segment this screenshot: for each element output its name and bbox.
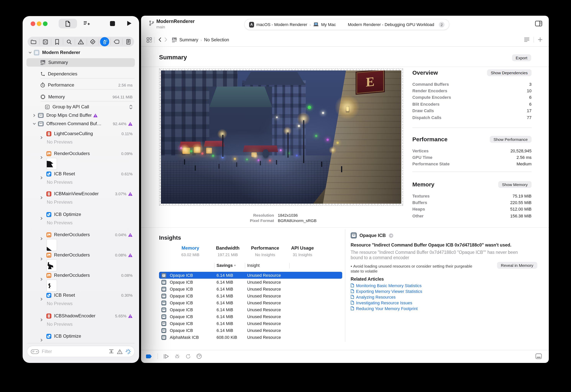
warning-icon[interactable] bbox=[128, 233, 132, 237]
insight-tab[interactable]: Bandwidth 197.21 MiB bbox=[209, 245, 246, 257]
breadcrumb-item[interactable]: No Selection bbox=[204, 38, 229, 42]
insight-row[interactable]: Opaque ICB 6.14 MiB Unused Resource bbox=[159, 279, 342, 286]
insight-row[interactable]: Opaque ICB 6.14 MiB Unused Resource bbox=[159, 313, 342, 320]
navigator-row[interactable]: Summary bbox=[27, 58, 135, 67]
continue-execution-icon[interactable] bbox=[163, 353, 169, 359]
find-navigator-tab[interactable] bbox=[63, 39, 75, 45]
forward-icon[interactable] bbox=[164, 37, 168, 42]
navigator-row[interactable]: Offscreen Command Buf…92.44% bbox=[27, 119, 135, 128]
insight-row[interactable]: Opaque ICB 6.14 MiB Unused Resource bbox=[159, 299, 342, 306]
disclosure-icon[interactable] bbox=[40, 176, 43, 180]
related-article-link[interactable]: Investigating Resource Issues bbox=[351, 300, 422, 306]
editor-sparkle-list-icon[interactable] bbox=[83, 20, 91, 27]
reveal-in-memory-button[interactable]: Reveal in Memory bbox=[497, 262, 537, 269]
report-navigator-tab[interactable] bbox=[122, 39, 134, 45]
disclosure-icon[interactable] bbox=[40, 278, 43, 281]
warning-icon[interactable] bbox=[93, 113, 98, 117]
insight-row[interactable]: Opaque ICB 6.14 MiB Unused Resource bbox=[159, 320, 342, 327]
disclosure-icon[interactable] bbox=[40, 237, 43, 240]
scheme-name[interactable]: macOS - Modern Renderer bbox=[256, 22, 307, 27]
warning-icon[interactable] bbox=[128, 122, 132, 126]
related-article-link[interactable]: Exporting Memory Viewer Statistics bbox=[351, 288, 422, 294]
encoder-preview-thumbnail[interactable] bbox=[47, 260, 57, 271]
flatten-hierarchy-icon[interactable] bbox=[108, 349, 114, 354]
navigator-row[interactable]: CGroup by API Call bbox=[27, 103, 135, 111]
filter-bar[interactable]: Filter bbox=[27, 346, 134, 357]
insight-tab[interactable]: Memory 63.02 MiB bbox=[172, 245, 209, 257]
document-button[interactable] bbox=[59, 19, 77, 28]
export-button[interactable]: Export bbox=[512, 54, 531, 61]
project-navigator-tab[interactable] bbox=[28, 39, 39, 45]
issue-count-badge[interactable]: 2 bbox=[439, 22, 445, 27]
insight-row[interactable]: Opaque ICB 6.14 MiB Unused Resource bbox=[159, 286, 342, 293]
insight-row[interactable]: Opaque ICB 6.14 MiB Unused Resource bbox=[159, 327, 342, 334]
show-performance-button[interactable]: Show Performance bbox=[490, 136, 531, 143]
editor-options-icon[interactable] bbox=[524, 37, 530, 42]
disclosure-icon[interactable] bbox=[40, 297, 43, 301]
insight-row[interactable]: AlphaMask ICB 608.00 KiB Unused Resource bbox=[159, 334, 342, 341]
disclosure-icon[interactable] bbox=[40, 257, 43, 261]
navigator-row[interactable]: Modern Renderer bbox=[27, 48, 135, 57]
scheme-pill[interactable]: A macOS - Modern Renderer › My Mac Moder… bbox=[245, 19, 449, 30]
disclosure-icon[interactable] bbox=[40, 217, 43, 220]
close-window-button[interactable] bbox=[31, 21, 35, 26]
warning-icon[interactable] bbox=[128, 314, 132, 318]
disclosure-icon[interactable] bbox=[40, 338, 43, 341]
goto-arrow-icon[interactable] bbox=[388, 233, 393, 238]
related-article-link[interactable]: Analyzing Resources bbox=[351, 294, 422, 300]
paint-navigator-tab[interactable] bbox=[99, 39, 110, 45]
disclosure-icon[interactable] bbox=[40, 136, 43, 139]
zoom-window-button[interactable] bbox=[43, 21, 47, 26]
related-article-link[interactable]: Monitoring Basic Memory Statistics bbox=[351, 282, 422, 288]
breakpoints-toggle-icon[interactable] bbox=[146, 354, 152, 359]
activity-status[interactable]: Modern Renderer - Debugging GPU Workload bbox=[348, 22, 434, 27]
disclosure-icon[interactable] bbox=[32, 113, 36, 117]
filter-input[interactable]: Filter bbox=[42, 349, 106, 354]
navigator-row[interactable]: Drop Mips Cmd Buffer bbox=[27, 111, 135, 119]
navigator-row[interactable]: Performance2.56 ms bbox=[27, 81, 135, 89]
capture-navigator-tab[interactable] bbox=[39, 39, 51, 45]
insight-tab[interactable]: API Usage 31 Insights bbox=[284, 245, 321, 257]
column-header-insight[interactable]: Insight bbox=[247, 263, 260, 267]
performance-gauge-icon[interactable] bbox=[196, 353, 202, 359]
stop-button[interactable] bbox=[110, 21, 115, 26]
warnings-filter-icon[interactable] bbox=[117, 349, 123, 354]
stepper-icon[interactable] bbox=[129, 104, 132, 109]
warning-icon[interactable] bbox=[128, 192, 132, 196]
highlights-sparkle-icon[interactable] bbox=[125, 349, 131, 354]
add-editor-icon[interactable] bbox=[538, 37, 543, 42]
navigator-row[interactable]: Memory964.11 MiB bbox=[27, 93, 135, 101]
breadcrumb-item[interactable]: Summary bbox=[179, 38, 198, 42]
tab-overview-icon[interactable] bbox=[146, 37, 152, 43]
filter-menu-icon[interactable] bbox=[31, 349, 39, 354]
inspector-toggle-icon[interactable] bbox=[535, 21, 542, 27]
back-icon[interactable] bbox=[158, 37, 162, 42]
insight-tab[interactable]: Performance No Insights bbox=[246, 245, 284, 257]
insight-row[interactable]: Opaque ICB 6.14 MiB Unused Resource bbox=[159, 306, 342, 313]
test-navigator-tab[interactable] bbox=[87, 39, 99, 45]
show-dependencies-button[interactable]: Show Dependencies bbox=[487, 69, 531, 76]
run-button[interactable] bbox=[127, 21, 132, 26]
issue-navigator-tab[interactable] bbox=[75, 39, 87, 45]
related-article-link[interactable]: Reducing Your Memory Footprint bbox=[351, 306, 422, 311]
bookmark-navigator-tab[interactable] bbox=[51, 39, 63, 45]
encoder-preview-thumbnail[interactable] bbox=[47, 280, 57, 291]
tag-navigator-tab[interactable] bbox=[110, 39, 122, 45]
encoder-preview-thumbnail[interactable] bbox=[47, 239, 57, 251]
disclosure-icon[interactable] bbox=[32, 122, 36, 125]
encoder-preview-thumbnail[interactable] bbox=[47, 158, 57, 169]
debug-icon[interactable] bbox=[174, 353, 180, 359]
insight-row[interactable]: Opaque ICB 6.14 MiB Unused Resource bbox=[159, 272, 342, 279]
insight-row[interactable]: Opaque ICB 6.14 MiB Unused Resource bbox=[159, 293, 342, 299]
framebuffer-preview[interactable]: E bbox=[159, 69, 403, 206]
disclosure-icon[interactable] bbox=[40, 318, 43, 322]
show-memory-button[interactable]: Show Memory bbox=[498, 181, 531, 188]
run-destination[interactable]: My Mac bbox=[321, 22, 336, 27]
debug-area-toggle-icon[interactable] bbox=[535, 353, 542, 359]
warning-icon[interactable] bbox=[128, 253, 132, 257]
reload-icon[interactable] bbox=[186, 353, 191, 359]
minimize-window-button[interactable] bbox=[37, 21, 41, 26]
disclosure-icon[interactable] bbox=[28, 51, 32, 54]
navigator-row[interactable]: Dependencies bbox=[27, 70, 135, 78]
column-header-savings[interactable]: Savings bbox=[217, 263, 233, 267]
